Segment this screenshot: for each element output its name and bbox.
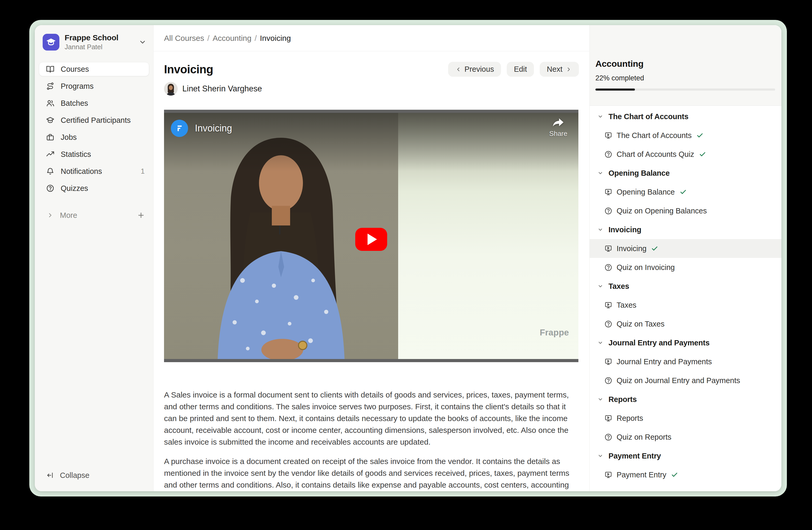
outline-lesson-reports[interactable]: Reports bbox=[590, 409, 781, 428]
video-player[interactable]: Accounting Dimensions Frappe Invoicing bbox=[164, 110, 578, 362]
sidebar-item-courses[interactable]: Courses bbox=[39, 62, 149, 76]
frappe-logo-icon[interactable] bbox=[171, 120, 188, 137]
outline-item-label: Journal Entry and Payments bbox=[617, 358, 712, 366]
next-button[interactable]: Next bbox=[540, 62, 579, 77]
chevron-right-icon bbox=[566, 66, 572, 72]
breadcrumb-link-accounting[interactable]: Accounting bbox=[213, 34, 251, 43]
video-top-bar bbox=[164, 110, 578, 113]
completed-check-icon bbox=[696, 132, 704, 139]
outline-lesson-the-chart-of-accounts[interactable]: The Chart of Accounts bbox=[590, 126, 781, 145]
sidebar-item-statistics[interactable]: Statistics bbox=[39, 147, 149, 161]
outline-section-journal-entry-and-payments[interactable]: Journal Entry and Payments bbox=[590, 333, 781, 352]
notification-count-badge: 1 bbox=[141, 167, 145, 176]
outline-item-label: Quiz on Reports bbox=[617, 433, 671, 442]
course-outline-list: The Chart of AccountsThe Chart of Accoun… bbox=[590, 106, 781, 491]
lesson-actions: Previous Edit Next bbox=[448, 62, 579, 77]
sidebar-item-programs[interactable]: Programs bbox=[39, 79, 149, 93]
outline-item-label: Invoicing bbox=[617, 244, 647, 253]
monitor-play-icon bbox=[604, 245, 612, 253]
outline-lesson-taxes[interactable]: Taxes bbox=[590, 296, 781, 315]
outline-lesson-opening-balance[interactable]: Opening Balance bbox=[590, 182, 781, 201]
outline-section-the-chart-of-accounts[interactable]: The Chart of Accounts bbox=[590, 107, 781, 126]
sidebar-item-jobs[interactable]: Jobs bbox=[39, 130, 149, 144]
collapse-sidebar-button[interactable]: Collapse bbox=[39, 468, 149, 482]
outline-quiz-quiz-on-reports[interactable]: Quiz on Reports bbox=[590, 428, 781, 446]
outline-lesson-invoicing[interactable]: Invoicing bbox=[590, 239, 781, 258]
outline-section-title: Opening Balance bbox=[608, 169, 670, 178]
author-name: Linet Sherin Varghese bbox=[182, 84, 262, 94]
avatar bbox=[164, 82, 178, 96]
plus-icon[interactable] bbox=[137, 211, 145, 219]
edit-button[interactable]: Edit bbox=[507, 62, 534, 77]
sidebar-item-quizzes[interactable]: Quizzes bbox=[39, 181, 149, 195]
chevron-down-icon bbox=[597, 283, 603, 289]
outline-section-title: Payment Entry bbox=[608, 452, 661, 460]
outline-quiz-quiz-on-journal-entry-and-payments[interactable]: Quiz on Journal Entry and Payments bbox=[590, 371, 781, 390]
sidebar-nav: CoursesProgramsBatchesCertified Particip… bbox=[39, 62, 149, 198]
book-open-icon bbox=[46, 65, 54, 73]
chevron-down-icon bbox=[597, 453, 603, 459]
next-label: Next bbox=[547, 65, 563, 73]
outline-section-invoicing[interactable]: Invoicing bbox=[590, 220, 781, 239]
outline-item-label: Chart of Accounts Quiz bbox=[617, 150, 694, 159]
help-circle-icon bbox=[604, 150, 612, 158]
outline-section-payment-entry[interactable]: Payment Entry bbox=[590, 446, 781, 465]
course-progress-header: Accounting 22% completed bbox=[590, 25, 781, 106]
graduation-cap-icon bbox=[45, 37, 57, 48]
users-icon bbox=[46, 99, 54, 107]
video-overlay-header: Invoicing bbox=[171, 120, 232, 137]
workspace-title: Frappe School bbox=[64, 33, 118, 42]
sidebar-item-more[interactable]: More bbox=[39, 208, 149, 222]
workspace-subtitle: Jannat Patel bbox=[64, 43, 118, 51]
outline-section-opening-balance[interactable]: Opening Balance bbox=[590, 164, 781, 182]
workspace-titles: Frappe School Jannat Patel bbox=[64, 33, 118, 51]
sidebar-item-label: Batches bbox=[61, 99, 88, 108]
main-column: All Courses / Accounting / Invoicing Inv… bbox=[154, 25, 589, 491]
outline-section-reports[interactable]: Reports bbox=[590, 390, 781, 409]
video-top-gradient bbox=[164, 110, 578, 171]
workspace-switcher[interactable]: Frappe School Jannat Patel bbox=[39, 33, 149, 51]
play-button[interactable] bbox=[355, 228, 387, 251]
lesson-title-row: Invoicing Previous Edit bbox=[164, 62, 579, 77]
breadcrumb-separator: / bbox=[255, 34, 257, 43]
breadcrumb-current: Invoicing bbox=[260, 34, 291, 43]
route-icon bbox=[46, 82, 54, 90]
outline-item-label: Quiz on Journal Entry and Payments bbox=[617, 376, 740, 385]
help-circle-icon bbox=[46, 184, 54, 193]
collapse-icon bbox=[46, 471, 54, 479]
chevron-down-icon bbox=[597, 340, 603, 346]
sidebar-item-label: Courses bbox=[61, 65, 89, 73]
trending-up-icon bbox=[46, 150, 54, 158]
outline-quiz-quiz-on-taxes[interactable]: Quiz on Taxes bbox=[590, 315, 781, 333]
share-arrow-icon bbox=[552, 117, 565, 128]
breadcrumb-link-all-courses[interactable]: All Courses bbox=[164, 34, 204, 43]
outline-lesson-payment-entry[interactable]: Payment Entry bbox=[590, 465, 781, 484]
sidebar-item-notifications[interactable]: Notifications1 bbox=[39, 164, 149, 178]
sidebar-spacer bbox=[39, 222, 149, 468]
outline-quiz-chart-of-accounts-quiz[interactable]: Chart of Accounts Quiz bbox=[590, 145, 781, 164]
sidebar-item-label: Programs bbox=[61, 82, 93, 90]
sidebar-item-certified-participants[interactable]: Certified Participants bbox=[39, 113, 149, 127]
outline-section-taxes[interactable]: Taxes bbox=[590, 277, 781, 296]
outline-quiz-quiz-on-opening-balances[interactable]: Quiz on Opening Balances bbox=[590, 201, 781, 220]
help-circle-icon bbox=[604, 320, 612, 328]
chevron-left-icon bbox=[455, 66, 462, 72]
video-overlay-title: Invoicing bbox=[195, 123, 232, 134]
chevron-down-icon bbox=[597, 114, 603, 120]
share-button[interactable]: Share bbox=[549, 117, 567, 138]
sidebar-item-batches[interactable]: Batches bbox=[39, 96, 149, 110]
completed-check-icon bbox=[680, 189, 687, 196]
sidebar-item-label: Statistics bbox=[61, 150, 91, 159]
graduation-cap-icon bbox=[46, 116, 54, 124]
previous-button[interactable]: Previous bbox=[448, 62, 501, 77]
bell-icon bbox=[46, 167, 54, 176]
play-icon bbox=[367, 234, 377, 245]
chevron-down-icon bbox=[597, 227, 603, 233]
course-title: Accounting bbox=[595, 59, 775, 69]
sidebar-item-label: Certified Participants bbox=[61, 116, 131, 125]
video-bottom-bar bbox=[164, 359, 578, 362]
chevron-down-icon bbox=[139, 38, 146, 46]
outline-lesson-journal-entry-and-payments[interactable]: Journal Entry and Payments bbox=[590, 352, 781, 371]
edit-label: Edit bbox=[514, 65, 527, 73]
outline-quiz-quiz-on-invoicing[interactable]: Quiz on Invoicing bbox=[590, 258, 781, 277]
